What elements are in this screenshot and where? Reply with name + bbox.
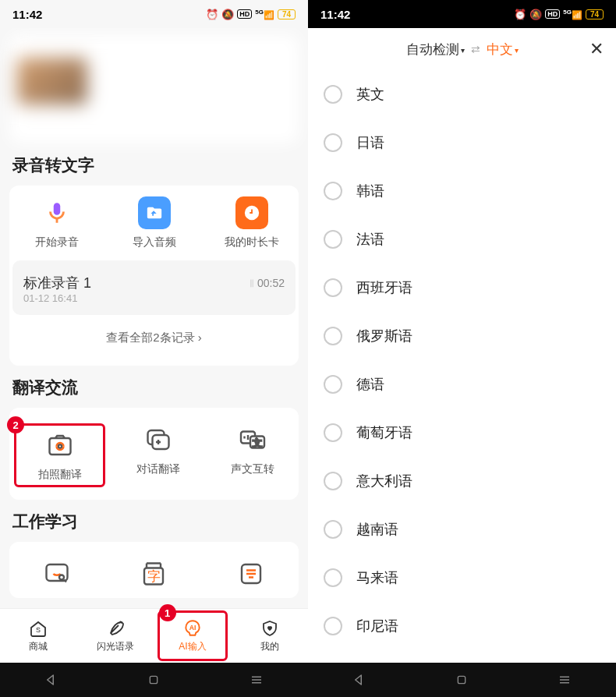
lang-option[interactable]: 越南语 <box>324 505 600 554</box>
nav-quotes-label: 闪光语录 <box>97 640 134 653</box>
battery-indicator: 74 <box>586 9 604 19</box>
banner-blurred <box>9 34 299 143</box>
lang-option[interactable]: 葡萄牙语 <box>324 409 600 457</box>
dropdown-icon: ▾ <box>515 46 519 55</box>
annotation-badge-2: 2 <box>7 416 24 433</box>
status-icons: ⏰ 🔕 HD 5G📶 74 <box>514 9 604 20</box>
view-all-link[interactable]: 查看全部2条记录 › <box>12 323 296 356</box>
import-audio-label: 导入音频 <box>133 235 176 249</box>
nav-ai-input[interactable]: 1 AI AI输入 <box>154 609 232 663</box>
audio-actions-row: 开始录音 导入音频 我的时长卡 <box>12 192 296 260</box>
hd-icon: HD <box>545 9 560 19</box>
radio-icon <box>324 617 342 635</box>
radio-icon <box>324 85 342 104</box>
clock-icon <box>235 196 268 229</box>
list-icon <box>235 557 267 590</box>
svg-rect-0 <box>49 438 70 455</box>
lang-option[interactable]: 马来语 <box>324 554 600 602</box>
close-button[interactable]: ✕ <box>589 39 604 59</box>
dialog-translate-label: 对话翻译 <box>136 462 180 476</box>
radio-icon <box>324 423 342 442</box>
lang-option[interactable]: 日语 <box>324 119 600 167</box>
section-title-translate: 翻译交流 <box>12 377 296 398</box>
start-record-button[interactable]: 开始录音 <box>16 196 97 249</box>
camera-translate-icon <box>44 429 76 462</box>
lang-option[interactable]: 印尼语 <box>324 602 600 650</box>
lang-option[interactable]: 俄罗斯语 <box>324 312 600 360</box>
lang-option[interactable]: 意大利语 <box>324 457 600 505</box>
lang-option[interactable]: 法语 <box>324 215 600 264</box>
lang-option[interactable]: 德语 <box>324 360 600 409</box>
section-title-work: 工作学习 <box>12 511 296 532</box>
smile-search-icon <box>41 557 73 590</box>
voice-text-label: 声文互转 <box>231 462 274 476</box>
lang-option[interactable]: 韩语 <box>324 167 600 215</box>
sys-back[interactable] <box>336 673 383 687</box>
system-nav-right <box>308 663 616 697</box>
nav-mine-label: 我的 <box>260 640 279 653</box>
voice-text-icon: 文 <box>236 423 269 456</box>
sys-home[interactable] <box>130 674 177 686</box>
photo-translate-button[interactable]: 2 拍照翻译 <box>14 423 105 487</box>
hd-icon: HD <box>237 9 252 19</box>
feather-icon <box>105 618 126 639</box>
lang-header: 自动检测▾ ⇄ 中文▾ ✕ <box>308 28 616 70</box>
timecard-button[interactable]: 我的时长卡 <box>211 196 292 249</box>
radio-icon <box>324 472 342 490</box>
import-audio-button[interactable]: 导入音频 <box>113 196 195 249</box>
nav-mine[interactable]: 我的 <box>231 609 308 663</box>
translate-features-row: 2 拍照翻译 对话翻译 文 声文互转 <box>12 419 296 495</box>
status-bar: 11:42 ⏰ 🔕 HD 5G📶 74 <box>0 0 308 28</box>
radio-icon <box>324 520 342 539</box>
mute-icon: 🔕 <box>529 9 542 20</box>
svg-point-1 <box>58 444 62 448</box>
character-icon: 字 <box>137 557 170 590</box>
alarm-icon: ⏰ <box>514 9 526 20</box>
main-content: 录音转文字 开始录音 导入音频 <box>0 28 308 608</box>
svg-rect-15 <box>458 676 466 683</box>
target-lang-button[interactable]: 中文▾ <box>487 41 519 58</box>
recording-title: 标准录音 1 <box>23 274 91 292</box>
status-time: 11:42 <box>320 8 350 21</box>
photo-translate-label: 拍照翻译 <box>38 468 82 482</box>
sys-recent[interactable] <box>233 673 280 687</box>
sys-back[interactable] <box>28 673 75 687</box>
chevron-right-icon: › <box>198 331 202 344</box>
sys-recent[interactable] <box>541 673 588 687</box>
dialog-icon <box>142 423 175 456</box>
alarm-icon: ⏰ <box>206 9 218 20</box>
recording-duration: ⦀ 00:52 <box>250 277 285 290</box>
work-features-row: 字 <box>12 553 296 598</box>
nav-mall-label: 商城 <box>29 640 48 653</box>
radio-icon <box>324 182 342 200</box>
swap-icon[interactable]: ⇄ <box>471 43 480 55</box>
timecard-label: 我的时长卡 <box>225 235 279 249</box>
status-time: 11:42 <box>12 8 42 21</box>
radio-icon <box>324 230 342 249</box>
waveform-icon: ⦀ <box>250 277 254 290</box>
sys-home[interactable] <box>438 674 485 686</box>
source-lang-button[interactable]: 自动检测▾ <box>406 41 465 58</box>
voice-text-button[interactable]: 文 声文互转 <box>211 423 294 487</box>
svg-rect-14 <box>150 676 158 683</box>
dialog-translate-button[interactable]: 对话翻译 <box>116 423 200 487</box>
lang-option[interactable]: 西班牙语 <box>324 264 600 312</box>
nav-mall[interactable]: S 商城 <box>0 609 77 663</box>
recording-item[interactable]: 标准录音 1 ⦀ 00:52 01-12 16:41 <box>12 260 296 315</box>
mall-icon: S <box>28 618 48 639</box>
lang-option[interactable]: 英文 <box>324 70 600 119</box>
status-icons: ⏰ 🔕 HD 5G📶 74 <box>206 9 296 20</box>
phone-screen-left: 11:42 ⏰ 🔕 HD 5G📶 74 录音转文字 开始录音 <box>0 0 308 697</box>
work-item-1[interactable] <box>14 557 100 590</box>
battery-indicator: 74 <box>278 9 296 19</box>
language-list[interactable]: 英文 日语 韩语 法语 西班牙语 俄罗斯语 德语 葡萄牙语 意大利语 越南语 马… <box>308 70 616 663</box>
microphone-icon <box>41 196 73 229</box>
mute-icon: 🔕 <box>221 9 234 20</box>
phone-screen-right: 11:42 ⏰ 🔕 HD 5G📶 74 自动检测▾ ⇄ 中文▾ ✕ 英文 日语 … <box>308 0 616 697</box>
svg-point-8 <box>59 575 64 580</box>
nav-quotes[interactable]: 闪光语录 <box>77 609 154 663</box>
radio-icon <box>324 278 342 297</box>
work-item-2[interactable]: 字 <box>111 557 196 590</box>
work-item-3[interactable] <box>208 557 294 590</box>
dropdown-icon: ▾ <box>461 46 465 55</box>
